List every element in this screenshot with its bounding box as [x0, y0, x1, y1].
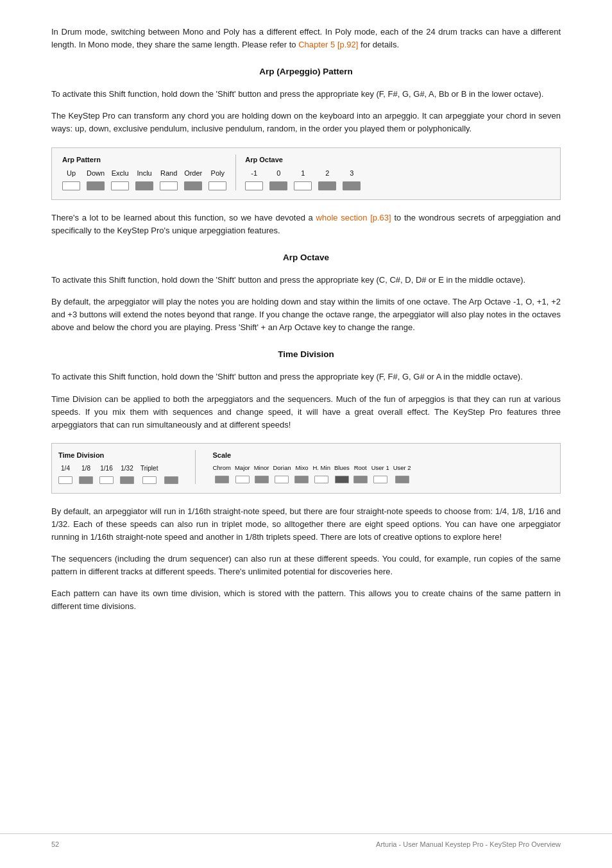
scale-section: Scale Chrom Major Minor Dorian	[212, 450, 411, 483]
btn-inclu[interactable]	[135, 181, 153, 190]
arp-col-neg1: -1	[245, 168, 263, 190]
sc-major: Major	[235, 463, 250, 483]
btn-dorian[interactable]	[275, 476, 289, 483]
arp-octave-heading: Arp Octave	[51, 251, 561, 265]
btn-1-16[interactable]	[99, 476, 114, 484]
arp-col-2: 2	[318, 168, 336, 190]
arp-para2: The KeyStep Pro can transform any chord …	[51, 110, 561, 135]
td-col-1-32: 1/32	[120, 463, 134, 484]
btn-2[interactable]	[318, 181, 336, 190]
arp-para1: To activate this Shift function, hold do…	[51, 88, 561, 101]
td-col-triplet: Triplet	[140, 463, 158, 484]
arp-pattern-block: Arp Pattern Up Down Exclu	[51, 147, 561, 200]
scale-columns: Chrom Major Minor Dorian Mixo	[212, 463, 411, 483]
page: In Drum mode, switching between Mono and…	[0, 0, 612, 868]
whole-section-link[interactable]: whole section [p.63]	[316, 213, 391, 222]
arp-octave-label: Arp Octave	[245, 154, 283, 165]
sc-hmin: H. Min	[312, 463, 330, 483]
arp-col-poly: Poly	[208, 168, 226, 190]
sc-chrom: Chrom	[212, 463, 231, 483]
time-div-label: Time Division	[58, 450, 104, 461]
arp-octave-section: Arp Octave -1 0 1 2	[245, 154, 361, 190]
time-division-heading: Time Division	[51, 348, 561, 362]
time-div-para3: By default, an arpeggiator will run in 1…	[51, 505, 561, 544]
sc-minor: Minor	[254, 463, 269, 483]
btn-rand[interactable]	[160, 181, 178, 190]
btn-user1[interactable]	[373, 476, 387, 483]
arp-col-0: 0	[269, 168, 287, 190]
btn-triplet[interactable]	[142, 476, 157, 484]
arp-after: There's a lot to be learned about this f…	[51, 212, 561, 237]
arp-col-up: Up	[62, 168, 80, 190]
td-col-1-16: 1/16	[99, 463, 114, 484]
arp-col-rand: Rand	[160, 168, 178, 190]
btn-1-4[interactable]	[58, 476, 72, 484]
intro-paragraph: In Drum mode, switching between Mono and…	[51, 26, 561, 51]
arp-octave-columns: -1 0 1 2	[245, 168, 361, 190]
arp-col-inclu: Inclu	[135, 168, 153, 190]
arp-pattern-columns: Up Down Exclu Inclu	[62, 168, 226, 190]
sc-mixo: Mixo	[294, 463, 309, 483]
td-col-1-8: 1/8	[79, 463, 93, 484]
arp-octave-para1: To activate this Shift function, hold do…	[51, 274, 561, 287]
time-division-block: Time Division 1/4 1/8 1/16 1/32	[51, 443, 561, 494]
sc-dorian: Dorian	[273, 463, 291, 483]
arp-col-down: Down	[87, 168, 105, 190]
btn-blues[interactable]	[335, 476, 349, 483]
btn-root[interactable]	[353, 476, 368, 483]
btn-order[interactable]	[184, 181, 202, 190]
arp-pattern-label: Arp Pattern	[62, 154, 101, 165]
td-col-blank	[164, 463, 178, 484]
sc-user2: User 2	[393, 463, 411, 483]
sc-root: Root	[353, 463, 368, 483]
page-number: 52	[51, 839, 59, 850]
btn-0[interactable]	[269, 181, 287, 190]
btn-3[interactable]	[343, 181, 361, 190]
btn-minor[interactable]	[255, 476, 269, 483]
arp-col-exclu: Exclu	[111, 168, 129, 190]
sc-blues: Blues	[334, 463, 350, 483]
arp-octave-para2: By default, the arpeggiator will play th…	[51, 296, 561, 334]
time-div-para5: Each pattern can have its own time divis…	[51, 587, 561, 613]
btn-1[interactable]	[294, 181, 312, 190]
time-div-para1: To activate this Shift function, hold do…	[51, 371, 561, 383]
arp-col-1: 1	[294, 168, 312, 190]
btn-down[interactable]	[87, 181, 105, 190]
time-div-section: Time Division 1/4 1/8 1/16 1/32	[58, 450, 178, 484]
arp-col-3: 3	[343, 168, 361, 190]
chapter-link[interactable]: Chapter 5 [p.92]	[298, 40, 358, 49]
btn-user2[interactable]	[395, 476, 409, 483]
divider	[235, 154, 236, 190]
footer: 52 Arturia - User Manual Keystep Pro - K…	[0, 833, 612, 850]
time-div-para4: The sequencers (including the drum seque…	[51, 553, 561, 578]
scale-label: Scale	[212, 450, 231, 461]
btn-neg1[interactable]	[245, 181, 263, 190]
btn-chrom[interactable]	[215, 476, 229, 483]
time-div-columns: 1/4 1/8 1/16 1/32 Triplet	[58, 463, 178, 484]
btn-poly[interactable]	[208, 181, 226, 190]
arp-pattern-section: Arp Pattern Up Down Exclu	[62, 154, 226, 190]
btn-1-8[interactable]	[79, 476, 93, 484]
sc-user1: User 1	[371, 463, 389, 483]
btn-hmin[interactable]	[314, 476, 328, 483]
scale-divider	[195, 450, 196, 484]
btn-1-32[interactable]	[120, 476, 134, 484]
td-col-1-4: 1/4	[58, 463, 72, 484]
time-div-para2: Time Division can be applied to both the…	[51, 393, 561, 431]
footer-text: Arturia - User Manual Keystep Pro - KeyS…	[376, 839, 561, 850]
btn-major[interactable]	[235, 476, 250, 483]
btn-blank[interactable]	[164, 476, 178, 484]
btn-mixo[interactable]	[294, 476, 309, 483]
btn-exclu[interactable]	[111, 181, 129, 190]
btn-up[interactable]	[62, 181, 80, 190]
arp-heading: Arp (Arpeggio) Pattern	[51, 65, 561, 79]
arp-col-order: Order	[184, 168, 202, 190]
